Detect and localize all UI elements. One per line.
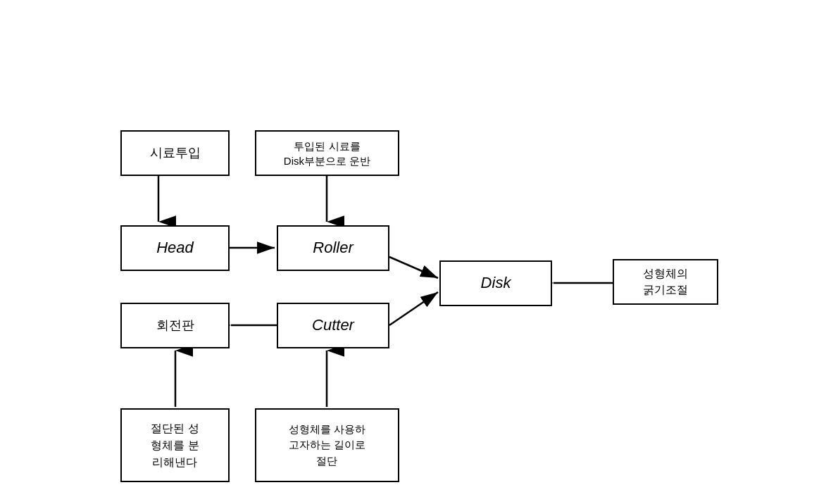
rotation-plate-box: 회전판	[120, 303, 230, 348]
diagram-container: 시료투입 투입된 시료를Disk부분으로 운반 Head Roller Disk…	[0, 0, 838, 504]
transport-note-label: 투입된 시료를Disk부분으로 운반	[284, 139, 370, 168]
cut-separate-label: 절단된 성형체를 분리해낸다	[151, 420, 199, 471]
roller-box: Roller	[277, 225, 389, 271]
cut-length-box: 성형체를 사용하고자하는 길이로절단	[255, 408, 399, 482]
thickness-adj-box: 성형체의굵기조절	[613, 259, 718, 305]
disk-box: Disk	[439, 260, 552, 306]
transport-note-box: 투입된 시료를Disk부분으로 운반	[255, 130, 399, 176]
cut-length-label: 성형체를 사용하고자하는 길이로절단	[289, 422, 365, 470]
svg-line-8	[389, 292, 438, 325]
cutter-box: Cutter	[277, 303, 389, 348]
svg-line-7	[389, 257, 438, 278]
thickness-adj-label: 성형체의굵기조절	[643, 266, 688, 298]
sample-input-box: 시료투입	[120, 130, 230, 176]
cut-separate-box: 절단된 성형체를 분리해낸다	[120, 408, 230, 482]
head-box: Head	[120, 225, 230, 271]
